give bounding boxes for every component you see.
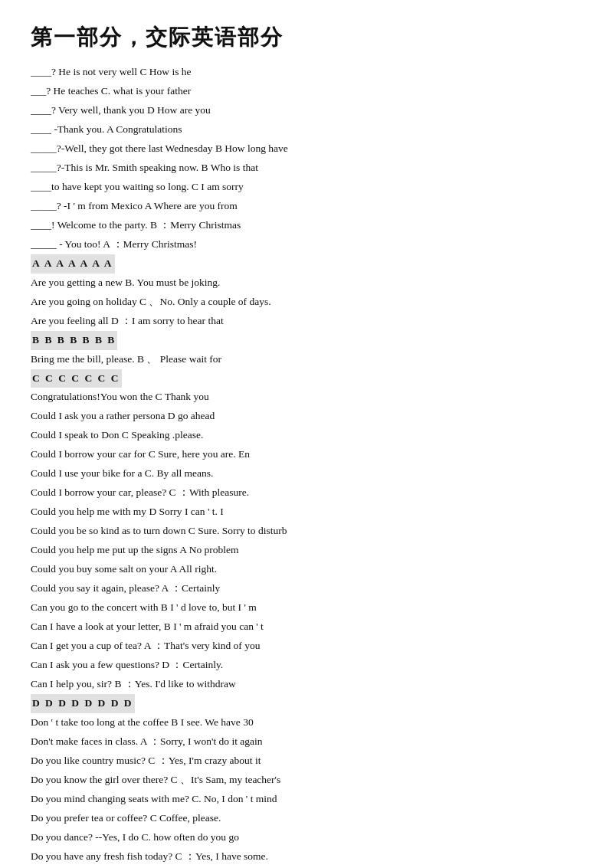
section-c-line-1: Congratulations!You won the C Thank you (31, 388, 582, 407)
section-d-lines: Don ' t take too long at the coffee B I … (31, 713, 582, 868)
section-d-line-2: Don't make faces in class. A ：Sorry, I w… (31, 732, 582, 752)
section-c-header: C C C C C C C (31, 369, 582, 388)
section-c-lines: Congratulations!You won the C Thank you … (31, 388, 582, 694)
line-10: _____ - You too! A ：Merry Christmas! (31, 235, 582, 254)
section-c-line-13: Can I have a look at your letter, B I ' … (31, 617, 582, 637)
intro-lines: ____? He is not very well C How is he __… (31, 63, 582, 254)
line-8: _____? -I ' m from Mexico A Where are yo… (31, 197, 582, 216)
line-4: ____ -Thank you. A Congratulations (31, 120, 582, 139)
section-c-line-5: Could I use your bike for a C. By all me… (31, 464, 582, 483)
section-d-line-5: Do you mind changing seats with me? C. N… (31, 790, 582, 809)
main-content: ____? He is not very well C How is he __… (31, 63, 582, 868)
section-c-line-10: Could you buy some salt on your A All ri… (31, 560, 582, 579)
section-a-header: A A A A A A A (31, 254, 582, 274)
section-a-line-1: Are you getting a new B. You must be jok… (31, 274, 582, 293)
section-b-line-1: Bring me the bill, please. B 、 Please wa… (31, 350, 582, 369)
section-c-line-14: Can I get you a cup of tea? A ：That's ve… (31, 637, 582, 656)
line-6: _____?-This is Mr. Smith speaking now. B… (31, 159, 582, 178)
section-d-line-7: Do you dance? --Yes, I do C. how often d… (31, 828, 582, 847)
line-3: ____? Very well, thank you D How are you (31, 101, 582, 120)
line-5: _____?-Well, they got there last Wednesd… (31, 139, 582, 159)
section-d-header: D D D D D D D D (31, 694, 582, 713)
section-d-line-3: Do you like country music? C ：Yes, I'm c… (31, 752, 582, 771)
section-a-line-2: Are you going on holiday C 、No. Only a c… (31, 293, 582, 312)
section-c-line-3: Could I speak to Don C Speaking .please. (31, 426, 582, 445)
section-c-line-7: Could you help me with my D Sorry I can … (31, 503, 582, 522)
section-a-lines: Are you getting a new B. You must be jok… (31, 274, 582, 331)
section-b-lines: Bring me the bill, please. B 、 Please wa… (31, 350, 582, 369)
section-a-line-3: Are you feeling all D ：I am sorry to hea… (31, 312, 582, 331)
line-1: ____? He is not very well C How is he (31, 63, 582, 82)
section-d-line-1: Don ' t take too long at the coffee B I … (31, 713, 582, 732)
section-c-line-11: Could you say it again, please? A ：Certa… (31, 579, 582, 598)
section-c-line-8: Could you be so kind as to turn down C S… (31, 522, 582, 541)
line-7: ____to have kept you waiting so long. C … (31, 178, 582, 197)
line-2: ___? He teaches C. what is your father (31, 82, 582, 101)
section-c-line-4: Could I borrow your car for C Sure, here… (31, 445, 582, 464)
section-c-line-9: Could you help me put up the signs A No … (31, 541, 582, 560)
section-c-line-16: Can I help you, sir? B ：Yes. I'd like to… (31, 675, 582, 694)
section-c-line-2: Could I ask you a rather persona D go ah… (31, 407, 582, 426)
section-c-line-15: Can I ask you a few questions? D ：Certai… (31, 656, 582, 675)
page-title: 第一部分，交际英语部分 (31, 23, 582, 52)
line-9: ____! Welcome to the party. B ：Merry Chr… (31, 216, 582, 235)
section-c-line-12: Can you go to the concert with B I ' d l… (31, 598, 582, 617)
section-c-line-6: Could I borrow your car, please? C ：With… (31, 483, 582, 503)
section-d-line-4: Do you know the girl over there? C 、It's… (31, 771, 582, 790)
section-b-header: B B B B B B B (31, 331, 582, 350)
section-d-line-6: Do you prefer tea or coffee? C Coffee, p… (31, 809, 582, 828)
section-d-line-8: Do you have any fresh fish today? C ：Yes… (31, 847, 582, 866)
